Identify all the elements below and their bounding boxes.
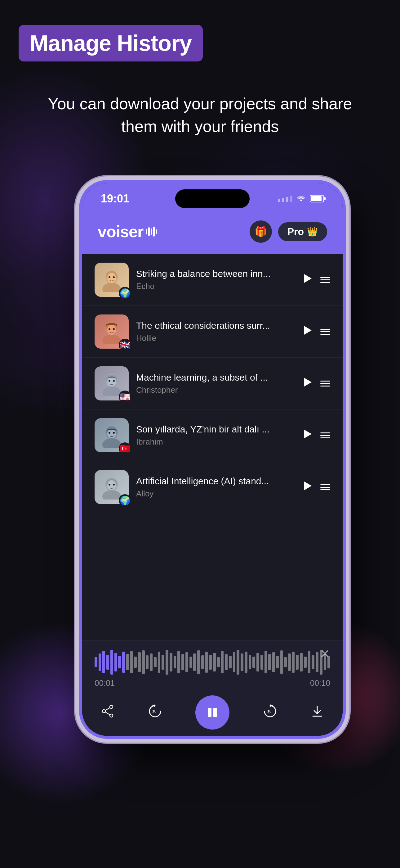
svg-point-19: [108, 380, 110, 382]
download-button[interactable]: [310, 704, 324, 721]
status-time: 19:01: [101, 192, 129, 205]
signal-icon: [278, 195, 292, 202]
svg-rect-43: [208, 708, 211, 717]
svg-point-37: [110, 714, 113, 717]
svg-point-5: [108, 276, 110, 278]
list-item[interactable]: 🇺🇸 Machine learning, a subset of ... Chr…: [82, 358, 343, 409]
svg-point-33: [108, 484, 110, 486]
item-title: Machine learning, a subset of ...: [136, 372, 294, 383]
header-actions: 🎁 Pro 👑: [249, 220, 327, 243]
avatar-container: 🇹🇷: [95, 418, 129, 452]
status-bar: 19:01: [82, 183, 343, 214]
avatar-container: 🇬🇧: [95, 314, 129, 349]
svg-point-32: [107, 480, 116, 490]
notch: [175, 189, 249, 208]
play-button[interactable]: [302, 325, 313, 339]
list-item[interactable]: 🌍 Striking a balance between inn... Echo: [82, 254, 343, 306]
svg-marker-7: [304, 274, 312, 283]
play-button[interactable]: [302, 480, 313, 494]
forward-button[interactable]: 10: [262, 703, 278, 722]
svg-point-18: [107, 377, 116, 386]
svg-rect-44: [213, 708, 217, 717]
phone-container: 19:01: [43, 180, 381, 739]
rewind-button[interactable]: 10: [147, 703, 163, 722]
svg-point-26: [108, 432, 110, 434]
play-pause-button[interactable]: [195, 695, 229, 730]
svg-point-24: [102, 438, 121, 448]
svg-text:10: 10: [267, 709, 272, 713]
svg-point-6: [113, 276, 115, 278]
item-actions: [302, 377, 330, 391]
svg-point-31: [102, 490, 121, 499]
current-time: 00:01: [95, 678, 115, 688]
phone-mockup: 19:01: [79, 180, 346, 739]
title-section: Manage History You can download your pro…: [19, 25, 381, 138]
item-voice: Christopher: [136, 385, 294, 395]
svg-point-36: [110, 705, 113, 708]
item-title: Artificial Intelligence (AI) stand...: [136, 476, 294, 487]
app-logo: voiser: [98, 222, 157, 241]
svg-point-10: [102, 335, 121, 344]
pro-label: Pro: [288, 226, 304, 238]
history-list: 🌍 Striking a balance between inn... Echo: [82, 254, 343, 513]
svg-point-17: [102, 386, 121, 396]
play-button[interactable]: [302, 428, 313, 442]
play-button[interactable]: [302, 377, 313, 391]
item-info: Striking a balance between inn... Echo: [136, 269, 294, 291]
close-button[interactable]: ✕: [320, 647, 330, 661]
svg-line-39: [105, 708, 110, 710]
pro-crown-icon: 👑: [307, 227, 318, 237]
gift-icon: 🎁: [255, 226, 267, 238]
item-info: Machine learning, a subset of ... Christ…: [136, 372, 294, 395]
item-info: The ethical considerations surr... Holli…: [136, 320, 294, 343]
item-voice: Hollie: [136, 333, 294, 343]
gift-button[interactable]: 🎁: [249, 220, 272, 243]
app-header: voiser 🎁 Pro 👑: [82, 214, 343, 254]
svg-point-34: [113, 484, 115, 486]
svg-point-3: [102, 283, 121, 292]
item-voice: Ibrahim: [136, 437, 294, 447]
page-title: Manage History: [30, 31, 192, 56]
phone-inner: 19:01: [82, 183, 343, 736]
flag-badge: 🇺🇸: [119, 391, 131, 403]
battery-icon: [310, 195, 324, 203]
svg-point-13: [113, 328, 115, 330]
flag-badge: 🌍: [119, 287, 131, 299]
list-item[interactable]: 🇹🇷 Son yıllarda, YZ'nin bir alt dalı ...…: [82, 409, 343, 461]
item-actions: [302, 325, 330, 339]
svg-point-12: [108, 328, 110, 330]
svg-marker-14: [304, 326, 312, 335]
menu-button[interactable]: [320, 277, 330, 283]
menu-button[interactable]: [320, 484, 330, 490]
share-button[interactable]: [101, 704, 114, 721]
pro-button[interactable]: Pro 👑: [278, 222, 327, 241]
menu-button[interactable]: [320, 329, 330, 335]
wifi-icon: [296, 194, 306, 204]
player-bar: ✕: [82, 640, 343, 736]
flag-badge: 🇹🇷: [119, 442, 131, 455]
list-item[interactable]: 🌍 Artificial Intelligence (AI) stand... …: [82, 461, 343, 513]
svg-point-4: [107, 273, 116, 283]
menu-button[interactable]: [320, 432, 330, 438]
svg-point-27: [113, 432, 115, 434]
flag-badge: 🇬🇧: [119, 339, 131, 351]
avatar-container: 🇺🇸: [95, 366, 129, 400]
svg-point-38: [102, 710, 105, 713]
list-item[interactable]: 🇬🇧 The ethical considerations surr... Ho…: [82, 306, 343, 358]
svg-line-40: [105, 712, 110, 715]
svg-marker-35: [304, 482, 312, 490]
logo-wave-icon: [146, 227, 157, 237]
svg-point-20: [113, 380, 115, 382]
play-button[interactable]: [302, 273, 313, 287]
subtitle-text: You can download your projects and share…: [19, 93, 381, 138]
item-actions: [302, 273, 330, 287]
svg-marker-21: [304, 378, 312, 386]
status-icons: [278, 194, 324, 204]
svg-marker-28: [304, 430, 312, 438]
item-title: The ethical considerations surr...: [136, 320, 294, 331]
item-title: Striking a balance between inn...: [136, 269, 294, 279]
svg-point-0: [300, 199, 302, 201]
svg-text:10: 10: [152, 709, 157, 713]
menu-button[interactable]: [320, 381, 330, 386]
player-controls: 10 10: [95, 695, 330, 730]
